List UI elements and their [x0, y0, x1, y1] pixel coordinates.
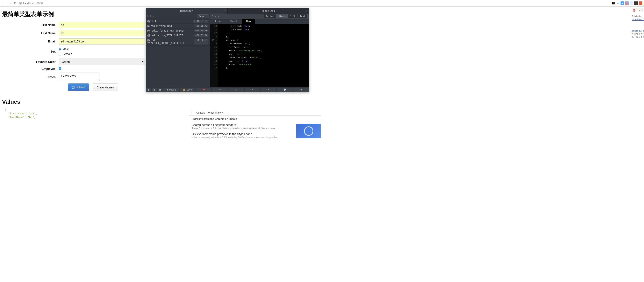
filter-input[interactable]	[147, 15, 197, 18]
label-favcolor: Favorite Color	[2, 60, 59, 64]
code-gutter: 3031323334 ▾3536373839404142	[210, 24, 218, 87]
label-firstname: First Name	[2, 23, 59, 27]
label-lastname: Last Name	[2, 32, 59, 35]
gear-icon: ⚙	[300, 88, 302, 91]
reload-icon[interactable]: ⟳	[14, 1, 17, 5]
state-raw-code[interactable]: 3031323334 ▾3536373839404142 visited: tr…	[210, 24, 309, 87]
checkbox-employed[interactable]	[59, 67, 61, 70]
download-icon: ⬇	[268, 88, 269, 91]
translate-icon[interactable]: 🅰	[612, 2, 615, 5]
state-btn-test[interactable]: Test	[298, 14, 308, 18]
address-bar[interactable]: ⓘ localhost:3000	[19, 2, 609, 5]
action-row[interactable]: @@redux-form/STOP_SUBMIT+00:01.98	[146, 33, 210, 38]
input-lastname[interactable]	[59, 30, 145, 36]
action-row[interactable]: @@redux-form/START_SUBMIT+00:00.00	[146, 29, 210, 33]
toolbar-btn-timer[interactable]: ⏱	[228, 88, 244, 92]
submit-button[interactable]: ▢ Submit	[68, 83, 89, 91]
radio-male-label: Male	[62, 47, 69, 51]
commit-button[interactable]: Commit	[197, 15, 209, 18]
radio-male[interactable]	[59, 48, 61, 51]
whatsnew-highlights: Highlights from the Chrome 67 update	[192, 117, 318, 120]
error-icon: ⛔	[633, 9, 636, 12]
bookmark-star-icon[interactable]: ☆	[616, 2, 620, 5]
devtools-tab-inspector[interactable]: Inspector▼	[146, 8, 228, 14]
chrome-devtools-drawer: ⋮ Console What's New × Highlights from t…	[189, 110, 321, 143]
state-label: State	[212, 15, 219, 18]
pin-icon: 📌	[202, 88, 205, 91]
extension-icon-4[interactable]	[639, 2, 642, 5]
toolbar-btn-3[interactable]: ▤	[158, 88, 162, 92]
label-notes: Notes	[2, 75, 59, 79]
download-button[interactable]: ⬇	[261, 88, 276, 92]
extension-icon-2[interactable]	[625, 2, 629, 5]
drawer-tab-whatsnew[interactable]: What's New ×	[208, 111, 224, 114]
url-host: localhost	[23, 2, 34, 5]
back-icon[interactable]: ←	[2, 1, 5, 5]
browser-toolbar: ← → ⟳ ⓘ localhost:3000 🅰 ☆ ▾ ⚛	[0, 0, 644, 7]
chevron-down-icon[interactable]: ▼	[224, 10, 226, 12]
close-icon[interactable]: ×	[222, 111, 224, 114]
site-info-icon[interactable]: ⓘ	[19, 2, 22, 5]
antenna-icon: 📡	[284, 88, 286, 91]
message-icon: ▭	[219, 88, 220, 91]
state-btn-action[interactable]: Action	[264, 14, 276, 18]
url-port: :3000	[36, 2, 43, 5]
devtools-toolbar: ▦ ▥ ▤ ⏸Pause 🔒Lock 📌 ▭ ⏱ ⬆ ⬇ 📡 ⚙	[146, 87, 309, 92]
subtab-raw[interactable]: Raw	[242, 19, 255, 24]
code-source: visited: true, touched: true } }, values…	[218, 24, 264, 87]
label-employed: Employed	[2, 67, 59, 71]
drawer-tab-console[interactable]: Console	[196, 111, 205, 114]
subtab-tree[interactable]: Tree	[210, 19, 225, 24]
values-json: { "firstName": "aa", "lastName": "bb",	[2, 108, 187, 119]
devtools-tab-reactapp[interactable]: React App▼	[228, 8, 310, 14]
redux-devtools: Inspector▼ React App▼ Commit @@INIT4:18:…	[146, 8, 309, 92]
pause-icon: ⏸	[166, 88, 168, 91]
more-icon[interactable]: ⋮	[190, 111, 194, 114]
pause-button[interactable]: ⏸Pause	[163, 88, 179, 92]
subtab-chart[interactable]: Chart	[225, 19, 242, 24]
extension-icon-1[interactable]: ▾	[620, 2, 624, 5]
extension-icon-3[interactable]	[630, 2, 633, 5]
toolbar-btn-1[interactable]: ▦	[146, 88, 151, 92]
state-btn-diff[interactable]: Diff	[288, 14, 298, 18]
settings-button[interactable]: ⚙	[294, 88, 309, 92]
action-row[interactable]: @@INIT4:18:51.07	[146, 19, 210, 24]
textarea-notes[interactable]: vvvvvvvvv	[59, 73, 100, 81]
upload-icon: ⬆	[252, 88, 253, 91]
input-firstname[interactable]	[59, 22, 145, 28]
divider	[2, 96, 187, 96]
radio-female-label: Female	[62, 52, 72, 56]
chevron-down-icon[interactable]: ▼	[306, 10, 308, 12]
console-edge-text: 6 hidde ocalhost/ arning.js * prop-ty e,…	[632, 15, 644, 39]
state-btn-state[interactable]: State	[276, 14, 288, 18]
devtools-action-list: Commit @@INIT4:18:51.07 @@redux-form/TOU…	[146, 14, 210, 87]
clear-button[interactable]: Clear Values	[93, 83, 118, 91]
action-row[interactable]: @@redux-form/SET_SUBMIT_SUCCEEDED+00:00.…	[146, 38, 210, 46]
forward-icon[interactable]: →	[8, 1, 12, 5]
extension-icons: 🅰 ☆ ▾ ⚛	[612, 2, 642, 5]
toolbar-btn-2[interactable]: ▥	[152, 88, 157, 92]
toolbar-btn-msg[interactable]: ▭	[212, 88, 228, 92]
label-sex: Sex	[2, 50, 59, 53]
upload-button[interactable]: ⬆	[245, 88, 260, 92]
toolbar-btn-remote[interactable]: 📡	[277, 88, 292, 92]
warning-icon: ▲	[639, 9, 641, 12]
lock-icon: 🔒	[183, 88, 186, 91]
radio-female[interactable]	[59, 53, 61, 55]
lock-button[interactable]: 🔒Lock	[180, 88, 195, 92]
error-counter[interactable]: ⛔1 ▲1	[632, 8, 644, 12]
action-row[interactable]: @@redux-form/TOUCH+00:05.43	[146, 24, 210, 29]
timer-icon: ⏱	[235, 88, 237, 91]
whatsnew-thumbnail	[296, 124, 321, 138]
select-favcolor[interactable]: Green	[59, 59, 145, 65]
pin-button[interactable]: 📌	[196, 88, 211, 92]
input-email[interactable]	[59, 38, 145, 45]
react-devtools-icon[interactable]: ⚛	[634, 2, 638, 5]
values-heading: Values	[2, 98, 187, 105]
label-email: Email	[2, 40, 59, 43]
nav-arrows: ← →	[2, 1, 12, 5]
